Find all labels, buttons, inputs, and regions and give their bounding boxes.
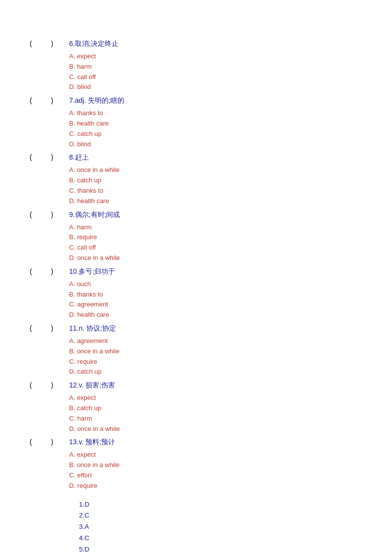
question-text: 13.v. 预料;预计 (69, 438, 115, 447)
options-block: A. ouchB. thanks toC. agreementD. health… (69, 279, 362, 320)
option-item: C. effort (69, 470, 362, 481)
paren-left: ( (30, 324, 39, 333)
option-item: D. require (69, 481, 362, 491)
option-item: C. thanks to (69, 186, 362, 196)
question-row: ( )7.adj. 失明的;瞎的 (30, 96, 362, 105)
question-text: 6.取消;决定终止 (69, 40, 118, 48)
option-item: D. health care (69, 196, 362, 207)
paren-right-space: ) (39, 324, 69, 333)
question-row: ( )10.多亏;归功于 (30, 267, 362, 276)
answer-item: 4.C (79, 533, 362, 544)
option-item: D. once in a while (69, 253, 362, 263)
options-block: A. expectB. once in a whileC. effortD. r… (69, 450, 362, 491)
question-row: ( )9.偶尔;有时;间或 (30, 211, 362, 219)
questions-container: ( )6.取消;决定终止A. expectB. harmC. call offD… (30, 40, 362, 491)
question-text: 12.v. 损害;伤害 (69, 381, 115, 390)
option-item: A. harm (69, 222, 362, 233)
option-item: D. once in a while (69, 424, 362, 434)
options-block: A. expectB. catch upC. harmD. once in a … (69, 393, 362, 434)
answer-item: 2.C (79, 510, 362, 521)
question-text: 9.偶尔;有时;间或 (69, 211, 120, 219)
paren-left: ( (30, 267, 39, 276)
paren-left: ( (30, 381, 39, 390)
paren-right-space: ) (39, 40, 69, 48)
option-item: A. expect (69, 450, 362, 460)
options-block: A. expectB. harmC. call offD. blind (69, 51, 362, 92)
option-item: B. health care (69, 119, 362, 129)
answer-item: 1.D (79, 499, 362, 511)
option-item: A. agreement (69, 336, 362, 346)
paren-right-space: ) (39, 153, 69, 162)
question-row: ( )8.赶上 (30, 153, 362, 162)
option-item: C. call off (69, 243, 362, 253)
option-item: B. catch up (69, 175, 362, 186)
option-item: B. catch up (69, 403, 362, 414)
paren-left: ( (30, 153, 39, 162)
option-item: C. agreement (69, 299, 362, 310)
option-item: D. blind (69, 82, 362, 92)
option-item: D. catch up (69, 367, 362, 377)
options-block: A. once in a whileB. catch upC. thanks t… (69, 165, 362, 206)
question-text: 11.n. 协议;协定 (69, 324, 116, 333)
option-item: A. ouch (69, 279, 362, 290)
paren-right-space: ) (39, 438, 69, 447)
answers-container: 1.D2.C3.A4.C5.D6.C7.D8.B9.D10.B11.A12.C1… (79, 499, 362, 555)
answer-item: 5.D (79, 544, 362, 555)
option-item: C. harm (69, 414, 362, 424)
question-text: 8.赶上 (69, 153, 89, 162)
paren-right-space: ) (39, 381, 69, 390)
paren-right-space: ) (39, 267, 69, 276)
option-item: B. harm (69, 62, 362, 72)
question-row: ( )6.取消;决定终止 (30, 40, 362, 48)
option-item: A. thanks to (69, 108, 362, 119)
option-item: C. call off (69, 72, 362, 83)
option-item: B. once in a while (69, 460, 362, 470)
option-item: D. blind (69, 139, 362, 150)
paren-left: ( (30, 40, 39, 48)
answer-item: 3.A (79, 521, 362, 533)
option-item: B. require (69, 232, 362, 243)
option-item: C. catch up (69, 129, 362, 139)
option-item: D. health care (69, 310, 362, 320)
question-row: ( )11.n. 协议;协定 (30, 324, 362, 333)
option-item: C. require (69, 357, 362, 367)
paren-right-space: ) (39, 96, 69, 105)
paren-left: ( (30, 438, 39, 447)
option-item: B. once in a while (69, 346, 362, 357)
options-block: A. harmB. requireC. call offD. once in a… (69, 222, 362, 263)
paren-left: ( (30, 211, 39, 219)
question-text: 7.adj. 失明的;瞎的 (69, 96, 124, 105)
question-text: 10.多亏;归功于 (69, 267, 115, 276)
options-block: A. thanks toB. health careC. catch upD. … (69, 108, 362, 149)
option-item: A. expect (69, 393, 362, 403)
option-item: B. thanks to (69, 290, 362, 300)
question-row: ( )12.v. 损害;伤害 (30, 381, 362, 390)
question-row: ( )13.v. 预料;预计 (30, 438, 362, 447)
options-block: A. agreementB. once in a whileC. require… (69, 336, 362, 377)
option-item: A. expect (69, 51, 362, 62)
option-item: A. once in a while (69, 165, 362, 175)
paren-right-space: ) (39, 211, 69, 219)
paren-left: ( (30, 96, 39, 105)
